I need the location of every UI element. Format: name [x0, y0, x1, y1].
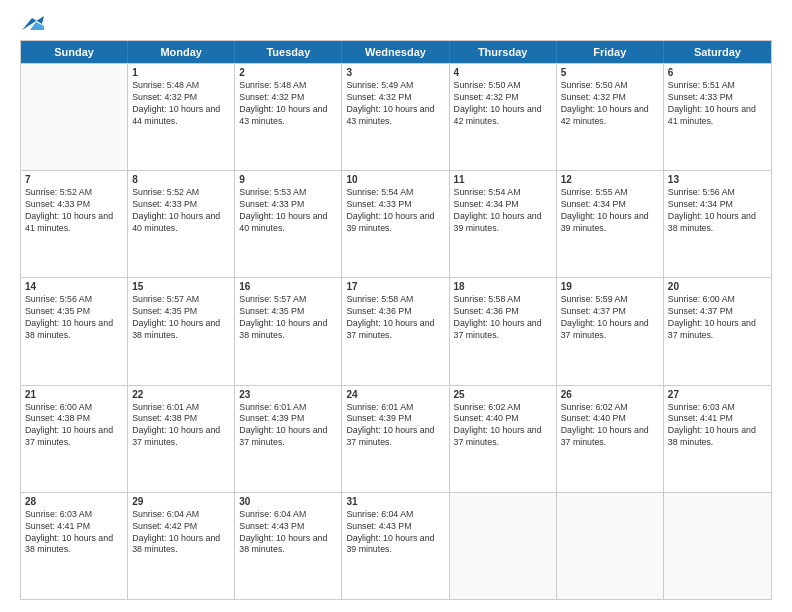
- header-day-monday: Monday: [128, 41, 235, 63]
- header-day-wednesday: Wednesday: [342, 41, 449, 63]
- header-day-tuesday: Tuesday: [235, 41, 342, 63]
- day-info: Sunrise: 6:03 AM Sunset: 4:41 PM Dayligh…: [25, 509, 123, 557]
- day-number: 2: [239, 67, 337, 78]
- day-number: 3: [346, 67, 444, 78]
- cal-cell: [21, 64, 128, 170]
- day-number: 24: [346, 389, 444, 400]
- day-number: 12: [561, 174, 659, 185]
- cal-cell: [557, 493, 664, 599]
- day-number: 29: [132, 496, 230, 507]
- day-info: Sunrise: 5:54 AM Sunset: 4:34 PM Dayligh…: [454, 187, 552, 235]
- page: SundayMondayTuesdayWednesdayThursdayFrid…: [0, 0, 792, 612]
- cal-cell: 23Sunrise: 6:01 AM Sunset: 4:39 PM Dayli…: [235, 386, 342, 492]
- day-info: Sunrise: 6:02 AM Sunset: 4:40 PM Dayligh…: [561, 402, 659, 450]
- day-info: Sunrise: 5:51 AM Sunset: 4:33 PM Dayligh…: [668, 80, 767, 128]
- calendar: SundayMondayTuesdayWednesdayThursdayFrid…: [20, 40, 772, 600]
- cal-cell: 26Sunrise: 6:02 AM Sunset: 4:40 PM Dayli…: [557, 386, 664, 492]
- calendar-body: 1Sunrise: 5:48 AM Sunset: 4:32 PM Daylig…: [21, 63, 771, 599]
- cal-cell: 19Sunrise: 5:59 AM Sunset: 4:37 PM Dayli…: [557, 278, 664, 384]
- header-day-saturday: Saturday: [664, 41, 771, 63]
- day-info: Sunrise: 5:50 AM Sunset: 4:32 PM Dayligh…: [561, 80, 659, 128]
- cal-cell: 25Sunrise: 6:02 AM Sunset: 4:40 PM Dayli…: [450, 386, 557, 492]
- day-number: 21: [25, 389, 123, 400]
- cal-cell: 11Sunrise: 5:54 AM Sunset: 4:34 PM Dayli…: [450, 171, 557, 277]
- cal-cell: [450, 493, 557, 599]
- cal-cell: 6Sunrise: 5:51 AM Sunset: 4:33 PM Daylig…: [664, 64, 771, 170]
- cal-cell: [664, 493, 771, 599]
- cal-cell: 8Sunrise: 5:52 AM Sunset: 4:33 PM Daylig…: [128, 171, 235, 277]
- day-info: Sunrise: 5:55 AM Sunset: 4:34 PM Dayligh…: [561, 187, 659, 235]
- day-info: Sunrise: 5:49 AM Sunset: 4:32 PM Dayligh…: [346, 80, 444, 128]
- week-row-3: 14Sunrise: 5:56 AM Sunset: 4:35 PM Dayli…: [21, 277, 771, 384]
- cal-cell: 4Sunrise: 5:50 AM Sunset: 4:32 PM Daylig…: [450, 64, 557, 170]
- day-number: 19: [561, 281, 659, 292]
- day-info: Sunrise: 6:04 AM Sunset: 4:43 PM Dayligh…: [346, 509, 444, 557]
- cal-cell: 17Sunrise: 5:58 AM Sunset: 4:36 PM Dayli…: [342, 278, 449, 384]
- cal-cell: 27Sunrise: 6:03 AM Sunset: 4:41 PM Dayli…: [664, 386, 771, 492]
- cal-cell: 22Sunrise: 6:01 AM Sunset: 4:38 PM Dayli…: [128, 386, 235, 492]
- day-number: 31: [346, 496, 444, 507]
- day-number: 30: [239, 496, 337, 507]
- day-number: 17: [346, 281, 444, 292]
- day-info: Sunrise: 5:48 AM Sunset: 4:32 PM Dayligh…: [239, 80, 337, 128]
- day-number: 15: [132, 281, 230, 292]
- day-info: Sunrise: 5:56 AM Sunset: 4:34 PM Dayligh…: [668, 187, 767, 235]
- day-info: Sunrise: 6:04 AM Sunset: 4:42 PM Dayligh…: [132, 509, 230, 557]
- cal-cell: 16Sunrise: 5:57 AM Sunset: 4:35 PM Dayli…: [235, 278, 342, 384]
- day-info: Sunrise: 5:52 AM Sunset: 4:33 PM Dayligh…: [25, 187, 123, 235]
- day-number: 14: [25, 281, 123, 292]
- header-day-thursday: Thursday: [450, 41, 557, 63]
- header-day-sunday: Sunday: [21, 41, 128, 63]
- cal-cell: 29Sunrise: 6:04 AM Sunset: 4:42 PM Dayli…: [128, 493, 235, 599]
- cal-cell: 18Sunrise: 5:58 AM Sunset: 4:36 PM Dayli…: [450, 278, 557, 384]
- day-number: 5: [561, 67, 659, 78]
- cal-cell: 20Sunrise: 6:00 AM Sunset: 4:37 PM Dayli…: [664, 278, 771, 384]
- day-number: 27: [668, 389, 767, 400]
- cal-cell: 7Sunrise: 5:52 AM Sunset: 4:33 PM Daylig…: [21, 171, 128, 277]
- logo: [20, 18, 44, 30]
- day-number: 11: [454, 174, 552, 185]
- cal-cell: 15Sunrise: 5:57 AM Sunset: 4:35 PM Dayli…: [128, 278, 235, 384]
- week-row-5: 28Sunrise: 6:03 AM Sunset: 4:41 PM Dayli…: [21, 492, 771, 599]
- day-info: Sunrise: 5:57 AM Sunset: 4:35 PM Dayligh…: [239, 294, 337, 342]
- cal-cell: 24Sunrise: 6:01 AM Sunset: 4:39 PM Dayli…: [342, 386, 449, 492]
- cal-cell: 5Sunrise: 5:50 AM Sunset: 4:32 PM Daylig…: [557, 64, 664, 170]
- day-info: Sunrise: 6:01 AM Sunset: 4:39 PM Dayligh…: [239, 402, 337, 450]
- day-info: Sunrise: 5:58 AM Sunset: 4:36 PM Dayligh…: [454, 294, 552, 342]
- day-number: 4: [454, 67, 552, 78]
- day-number: 8: [132, 174, 230, 185]
- day-number: 28: [25, 496, 123, 507]
- cal-cell: 9Sunrise: 5:53 AM Sunset: 4:33 PM Daylig…: [235, 171, 342, 277]
- cal-cell: 2Sunrise: 5:48 AM Sunset: 4:32 PM Daylig…: [235, 64, 342, 170]
- week-row-4: 21Sunrise: 6:00 AM Sunset: 4:38 PM Dayli…: [21, 385, 771, 492]
- calendar-header: SundayMondayTuesdayWednesdayThursdayFrid…: [21, 41, 771, 63]
- day-info: Sunrise: 6:01 AM Sunset: 4:39 PM Dayligh…: [346, 402, 444, 450]
- day-number: 18: [454, 281, 552, 292]
- cal-cell: 31Sunrise: 6:04 AM Sunset: 4:43 PM Dayli…: [342, 493, 449, 599]
- cal-cell: 3Sunrise: 5:49 AM Sunset: 4:32 PM Daylig…: [342, 64, 449, 170]
- week-row-2: 7Sunrise: 5:52 AM Sunset: 4:33 PM Daylig…: [21, 170, 771, 277]
- day-number: 6: [668, 67, 767, 78]
- day-number: 16: [239, 281, 337, 292]
- day-number: 25: [454, 389, 552, 400]
- day-number: 9: [239, 174, 337, 185]
- cal-cell: 30Sunrise: 6:04 AM Sunset: 4:43 PM Dayli…: [235, 493, 342, 599]
- day-info: Sunrise: 5:50 AM Sunset: 4:32 PM Dayligh…: [454, 80, 552, 128]
- week-row-1: 1Sunrise: 5:48 AM Sunset: 4:32 PM Daylig…: [21, 63, 771, 170]
- day-info: Sunrise: 6:00 AM Sunset: 4:37 PM Dayligh…: [668, 294, 767, 342]
- header: [20, 18, 772, 30]
- day-number: 10: [346, 174, 444, 185]
- day-number: 23: [239, 389, 337, 400]
- day-number: 20: [668, 281, 767, 292]
- day-info: Sunrise: 5:48 AM Sunset: 4:32 PM Dayligh…: [132, 80, 230, 128]
- logo-icon: [22, 16, 44, 32]
- day-info: Sunrise: 6:03 AM Sunset: 4:41 PM Dayligh…: [668, 402, 767, 450]
- day-number: 7: [25, 174, 123, 185]
- day-info: Sunrise: 5:59 AM Sunset: 4:37 PM Dayligh…: [561, 294, 659, 342]
- cal-cell: 21Sunrise: 6:00 AM Sunset: 4:38 PM Dayli…: [21, 386, 128, 492]
- cal-cell: 1Sunrise: 5:48 AM Sunset: 4:32 PM Daylig…: [128, 64, 235, 170]
- day-number: 13: [668, 174, 767, 185]
- day-info: Sunrise: 5:56 AM Sunset: 4:35 PM Dayligh…: [25, 294, 123, 342]
- day-number: 22: [132, 389, 230, 400]
- day-info: Sunrise: 6:00 AM Sunset: 4:38 PM Dayligh…: [25, 402, 123, 450]
